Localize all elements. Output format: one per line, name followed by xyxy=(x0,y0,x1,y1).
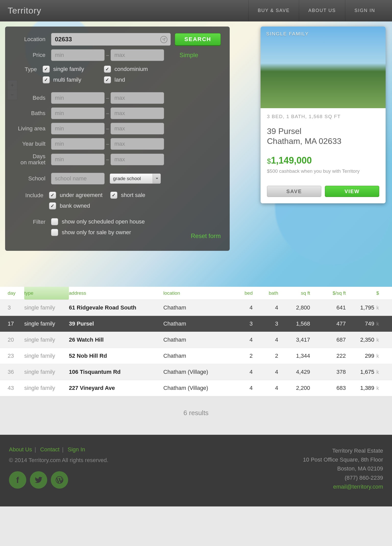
logo[interactable]: Territory xyxy=(8,6,41,16)
checkbox[interactable] xyxy=(43,66,50,73)
results-header: day type address location bed bath sq ft… xyxy=(0,287,392,300)
days-label: Dayson market xyxy=(14,153,51,166)
checkbox[interactable] xyxy=(104,66,111,73)
table-row[interactable]: 23single family52 Nob Hill RdChatham221,… xyxy=(0,348,392,364)
school-label: School xyxy=(14,175,51,182)
table-row[interactable]: 20single family26 Watch HillChatham443,4… xyxy=(0,332,392,348)
cell-bed: 3 xyxy=(228,320,253,327)
cell-address: 39 Pursel xyxy=(69,320,163,327)
wordpress-icon[interactable] xyxy=(51,471,68,489)
header-price-sqft[interactable]: $/sq ft xyxy=(310,290,346,296)
living-max-input[interactable] xyxy=(111,123,164,134)
cell-price: 1,389 k xyxy=(346,385,379,391)
checkbox[interactable] xyxy=(51,229,58,236)
baths-max-input[interactable] xyxy=(111,107,164,119)
table-row[interactable]: 3single family61 Ridgevale Road SouthCha… xyxy=(0,300,392,316)
filter-label: Filter xyxy=(14,218,51,225)
cell-price: 1,675 k xyxy=(346,369,379,375)
cell-price-sqft: 641 xyxy=(310,304,346,311)
header-day[interactable]: day xyxy=(8,290,24,296)
baths-min-input[interactable] xyxy=(51,107,105,119)
school-name-input[interactable] xyxy=(51,173,105,184)
checkbox[interactable] xyxy=(49,192,56,199)
checkbox[interactable] xyxy=(104,76,111,83)
nav-buy-save[interactable]: BUY & SAVE xyxy=(248,0,299,21)
table-row[interactable]: 43single family227 Vineyard AveChatham (… xyxy=(0,380,392,396)
beds-min-input[interactable] xyxy=(51,92,105,104)
results-table: day type address location bed bath sq ft… xyxy=(0,287,392,396)
cell-bed: 2 xyxy=(228,353,253,359)
days-min-input[interactable] xyxy=(51,154,105,165)
property-price: $1,149,000 xyxy=(267,155,379,166)
baths-label: Baths xyxy=(14,110,51,117)
beds-max-input[interactable] xyxy=(111,92,164,104)
checkbox-item: single family xyxy=(43,66,104,73)
nav-about-us[interactable]: ABOUT US xyxy=(299,0,345,21)
property-type-badge: SINGLE FAMILY xyxy=(266,31,309,37)
company-email[interactable]: email@territory.com xyxy=(303,482,383,491)
save-button[interactable]: SAVE xyxy=(267,186,321,197)
cell-type: single family xyxy=(24,369,69,375)
social-icons: f xyxy=(9,471,108,489)
checkbox-item: bank owned xyxy=(49,202,110,209)
header-bed[interactable]: bed xyxy=(228,290,253,296)
map-area[interactable]: + − Location SEARCH Price – Simple Type … xyxy=(0,21,392,287)
search-button[interactable]: SEARCH xyxy=(175,33,221,45)
location-input[interactable] xyxy=(55,33,156,45)
checkbox[interactable] xyxy=(49,202,56,209)
footer-contact-link[interactable]: Contact xyxy=(40,446,59,453)
reset-form-link[interactable]: Reset form xyxy=(191,232,221,240)
checkbox-item: condominium xyxy=(104,66,165,73)
year-built-label: Year built xyxy=(14,141,51,147)
facebook-icon[interactable]: f xyxy=(9,471,26,489)
view-button[interactable]: VIEW xyxy=(325,186,379,197)
checkbox[interactable] xyxy=(43,76,50,83)
cashback-text: $500 cashback when you buy with Territor… xyxy=(267,168,379,174)
nav-sign-in[interactable]: SIGN IN xyxy=(345,0,384,21)
header-location[interactable]: location xyxy=(163,290,228,296)
table-row[interactable]: 36single family106 Tisquantum RdChatham … xyxy=(0,364,392,380)
search-panel: Location SEARCH Price – Simple Type sing… xyxy=(5,27,230,251)
company-name: Territory Real Estate xyxy=(303,446,383,455)
header-sqft[interactable]: sq ft xyxy=(278,290,310,296)
living-min-input[interactable] xyxy=(51,123,105,134)
table-row[interactable]: 17single family39 PurselChatham331,56847… xyxy=(0,316,392,332)
cell-address: 61 Ridgevale Road South xyxy=(69,304,163,311)
locate-icon[interactable] xyxy=(160,36,167,43)
checkbox[interactable] xyxy=(110,192,117,199)
year-min-input[interactable] xyxy=(51,138,105,150)
company-phone: (877) 860-2239 xyxy=(303,473,383,482)
header-address[interactable]: address xyxy=(69,290,163,296)
cell-bed: 4 xyxy=(228,385,253,391)
footer-about-link[interactable]: About Us xyxy=(9,446,32,453)
checkbox-label: single family xyxy=(53,66,84,72)
cell-bath: 3 xyxy=(253,320,278,327)
cell-location: Chatham xyxy=(163,320,228,327)
footer-signin-link[interactable]: Sign In xyxy=(68,446,85,453)
header-type[interactable]: type xyxy=(24,287,69,300)
cell-type: single family xyxy=(24,337,69,343)
cell-price-sqft: 683 xyxy=(310,385,346,391)
cell-sqft: 1,344 xyxy=(278,353,310,359)
cell-location: Chatham xyxy=(163,353,228,359)
cell-day: 3 xyxy=(8,304,24,311)
school-grade-select[interactable]: grade school xyxy=(110,173,161,184)
year-max-input[interactable] xyxy=(111,138,164,150)
header-price[interactable]: $ xyxy=(346,290,379,296)
footer-address: Territory Real Estate 10 Post Office Squ… xyxy=(303,446,383,491)
cell-price: 749 k xyxy=(346,320,379,327)
cell-day: 23 xyxy=(8,353,24,359)
simple-link[interactable]: Simple xyxy=(179,52,198,59)
checkbox-label: show only scheduled open house xyxy=(62,218,145,225)
checkbox[interactable] xyxy=(51,218,58,225)
price-max-input[interactable] xyxy=(111,49,164,61)
days-max-input[interactable] xyxy=(111,154,164,165)
cell-address: 52 Nob Hill Rd xyxy=(69,353,163,359)
cell-day: 36 xyxy=(8,369,24,375)
cell-address: 106 Tisquantum Rd xyxy=(69,369,163,375)
checkbox-item: show only scheduled open house xyxy=(51,218,191,225)
header-bath[interactable]: bath xyxy=(253,290,278,296)
twitter-icon[interactable] xyxy=(30,471,47,489)
beds-label: Beds xyxy=(14,95,51,101)
price-min-input[interactable] xyxy=(51,49,105,61)
